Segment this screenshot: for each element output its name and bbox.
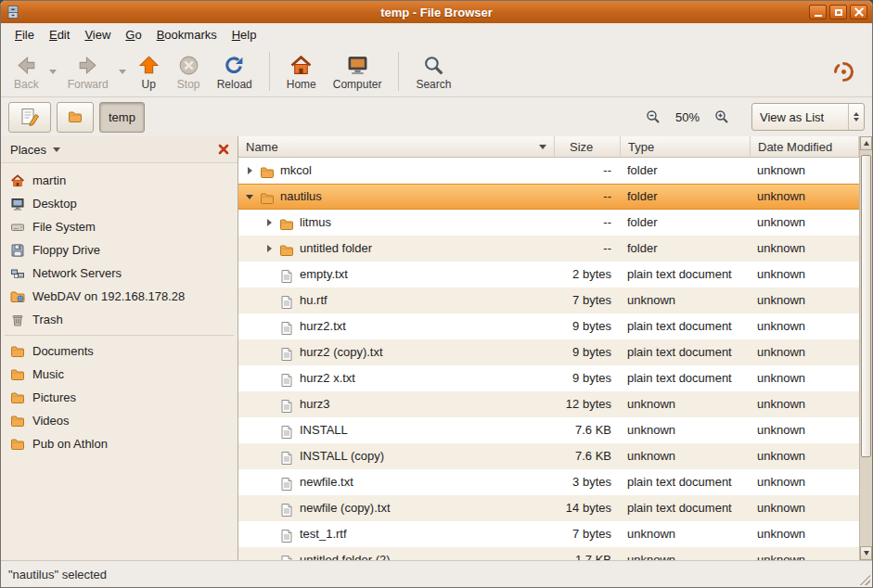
- file-name: mkcol: [280, 158, 312, 184]
- table-row[interactable]: empty.txt2 bytesplain text documentunkno…: [238, 262, 872, 288]
- sidebar-item-file-system[interactable]: File System: [1, 215, 238, 238]
- file-type: unknown: [621, 391, 751, 417]
- table-row[interactable]: untitled folder--folderunknown: [238, 236, 872, 262]
- table-row[interactable]: mkcol--folderunknown: [238, 158, 872, 184]
- titlebar[interactable]: temp - File Browser: [1, 1, 872, 23]
- sidebar-item-label: WebDAV on 192.168.178.28: [32, 289, 185, 303]
- minimize-button[interactable]: [809, 5, 827, 19]
- scroll-down-button[interactable]: [860, 546, 872, 560]
- path-segment-button[interactable]: temp: [99, 102, 145, 133]
- sidebar-item-desktop[interactable]: Desktop: [1, 192, 238, 215]
- status-bar: "nautilus" selected: [1, 560, 872, 587]
- column-header-type[interactable]: Type: [621, 136, 751, 157]
- table-row[interactable]: hurz2.txt9 bytesplain text documentunkno…: [238, 313, 872, 339]
- sidebar-item-webdav-on-192-168-178-28[interactable]: WebDAV on 192.168.178.28: [1, 285, 238, 308]
- up-button[interactable]: Up: [129, 51, 169, 93]
- expander-icon[interactable]: [242, 163, 257, 178]
- close-button[interactable]: [850, 5, 867, 19]
- places-close-button[interactable]: [216, 142, 231, 157]
- text-file-icon: [279, 319, 294, 334]
- menu-view[interactable]: View: [77, 25, 118, 45]
- file-type: folder: [621, 184, 751, 210]
- sidebar-item-trash[interactable]: Trash: [1, 308, 238, 331]
- expander-spacer: [262, 553, 276, 560]
- file-name: untitled folder (2): [300, 547, 391, 560]
- vertical-scrollbar[interactable]: [859, 136, 872, 560]
- file-name: untitled folder: [300, 236, 372, 262]
- menu-file[interactable]: File: [7, 25, 42, 45]
- menu-bookmarks[interactable]: Bookmarks: [149, 25, 225, 45]
- folder-icon: [279, 215, 294, 230]
- zoom-out-button[interactable]: [642, 106, 664, 128]
- back-history-dropdown[interactable]: [47, 53, 59, 90]
- table-row[interactable]: INSTALL7.6 KBunknownunknown: [238, 417, 872, 443]
- table-row[interactable]: hurz2 x.txt9 bytesplain text documentunk…: [238, 365, 872, 391]
- back-button[interactable]: Back: [6, 51, 47, 93]
- file-type: unknown: [621, 417, 751, 443]
- table-row[interactable]: test_1.rtf7 bytesunknownunknown: [238, 521, 872, 547]
- places-list: martinDesktopFile SystemFloppy DriveNetw…: [1, 163, 238, 455]
- table-row[interactable]: hurz2 (copy).txt9 bytesplain text docume…: [238, 339, 872, 365]
- reload-button[interactable]: Reload: [209, 51, 261, 93]
- home-button[interactable]: Home: [278, 51, 325, 93]
- column-header-name[interactable]: Name: [238, 136, 555, 157]
- edit-location-icon: [19, 107, 40, 127]
- file-modified: unknown: [751, 547, 859, 560]
- sidebar-item-network-servers[interactable]: Network Servers: [1, 262, 238, 285]
- table-row[interactable]: untitled folder (2)1.7 KBunknownunknown: [238, 547, 872, 560]
- sidebar-item-pub-on-athlon[interactable]: Pub on Athlon: [1, 432, 238, 455]
- table-row[interactable]: INSTALL (copy)7.6 KBunknownunknown: [238, 443, 872, 469]
- places-header: Places: [1, 136, 238, 163]
- sidebar-item-martin[interactable]: martin: [1, 169, 238, 192]
- menu-edit[interactable]: Edit: [42, 25, 77, 45]
- table-row[interactable]: nautilus--folderunknown: [238, 184, 872, 210]
- maximize-button[interactable]: [829, 5, 847, 19]
- computer-button[interactable]: Computer: [325, 51, 391, 93]
- file-modified: unknown: [751, 184, 859, 210]
- expander-icon[interactable]: [242, 189, 257, 204]
- menu-help[interactable]: Help: [225, 25, 264, 45]
- column-header-size[interactable]: Size: [555, 136, 621, 157]
- zoom-in-button[interactable]: [711, 106, 733, 128]
- resize-grip[interactable]: [858, 573, 870, 585]
- sidebar-item-videos[interactable]: Videos: [1, 409, 238, 432]
- sidebar-item-pictures[interactable]: Pictures: [1, 386, 238, 409]
- search-button[interactable]: Search: [407, 51, 459, 93]
- view-mode-select[interactable]: View as List: [751, 103, 865, 131]
- places-title[interactable]: Places: [10, 143, 46, 157]
- sort-indicator-icon: [539, 145, 546, 149]
- column-header-label: Type: [628, 140, 654, 154]
- text-file-icon: [279, 423, 294, 438]
- text-file-icon: [279, 449, 294, 464]
- file-name: hurz2 (copy).txt: [300, 339, 383, 365]
- table-row[interactable]: litmus--folderunknown: [238, 210, 872, 236]
- column-header-date-modified[interactable]: Date Modified: [751, 136, 859, 157]
- table-row[interactable]: newfile.txt3 bytesplain text documentunk…: [238, 469, 872, 495]
- sidebar-item-label: File System: [32, 220, 96, 234]
- table-row[interactable]: newfile (copy).txt14 bytesplain text doc…: [238, 495, 872, 521]
- table-row[interactable]: hurz312 bytesunknownunknown: [238, 391, 872, 417]
- folder-icon: [10, 344, 25, 359]
- up-icon: [137, 54, 160, 77]
- stop-button[interactable]: Stop: [169, 51, 209, 93]
- sidebar-item-label: Trash: [32, 313, 63, 326]
- expander-icon[interactable]: [262, 215, 276, 230]
- scrollbar-thumb[interactable]: [861, 155, 871, 457]
- sidebar-item-music[interactable]: Music: [1, 363, 238, 386]
- sidebar-item-floppy-drive[interactable]: Floppy Drive: [1, 238, 238, 262]
- edit-location-toggle[interactable]: [8, 102, 51, 133]
- forward-history-dropdown[interactable]: [117, 53, 129, 90]
- path-bar: temp: [57, 102, 145, 133]
- file-modified: unknown: [751, 365, 859, 391]
- table-row[interactable]: hu.rtf7 bytesunknownunknown: [238, 288, 872, 313]
- path-segment-button[interactable]: [57, 102, 94, 133]
- folder-icon: [10, 414, 25, 428]
- scroll-up-button[interactable]: [860, 136, 872, 150]
- sidebar-item-documents[interactable]: Documents: [1, 339, 238, 363]
- column-header-label: Size: [570, 140, 593, 154]
- forward-button[interactable]: Forward: [59, 51, 117, 93]
- menu-go[interactable]: Go: [118, 25, 148, 45]
- network-icon: [10, 266, 25, 281]
- places-sidebar: Places martinDesktopFile SystemFloppy Dr…: [1, 136, 238, 560]
- expander-icon[interactable]: [262, 241, 276, 256]
